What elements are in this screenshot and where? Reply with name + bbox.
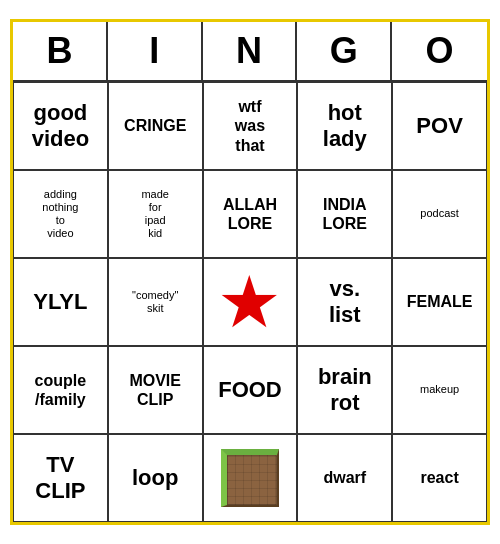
star-icon: ★ bbox=[217, 266, 282, 338]
cell-r4c3[interactable]: FOOD bbox=[203, 346, 298, 434]
cell-r2c3[interactable]: ALLAHLORE bbox=[203, 170, 298, 258]
cell-r4c2[interactable]: MOVIECLIP bbox=[108, 346, 203, 434]
cell-r3c5[interactable]: FEMALE bbox=[392, 258, 487, 346]
cell-r1c2[interactable]: CRINGE bbox=[108, 82, 203, 170]
cell-r5c3-minecraft[interactable] bbox=[203, 434, 298, 522]
cell-r2c1[interactable]: addingnothingtovideo bbox=[13, 170, 108, 258]
cell-r5c4[interactable]: dwarf bbox=[297, 434, 392, 522]
cell-r2c2[interactable]: madeforipadkid bbox=[108, 170, 203, 258]
cell-r5c5[interactable]: react bbox=[392, 434, 487, 522]
minecraft-block-icon bbox=[221, 449, 279, 507]
cell-r5c2[interactable]: loop bbox=[108, 434, 203, 522]
header-g: G bbox=[297, 22, 392, 80]
cell-r1c5[interactable]: POV bbox=[392, 82, 487, 170]
cell-r3c4[interactable]: vs.list bbox=[297, 258, 392, 346]
cell-r2c4[interactable]: INDIALORE bbox=[297, 170, 392, 258]
bingo-card: B I N G O goodvideo CRINGE wtfwasthat ho… bbox=[10, 19, 490, 525]
cell-r1c3[interactable]: wtfwasthat bbox=[203, 82, 298, 170]
header-n: N bbox=[203, 22, 298, 80]
cell-r3c3-star[interactable]: ★ bbox=[203, 258, 298, 346]
cell-r4c1[interactable]: couple/family bbox=[13, 346, 108, 434]
cell-r3c1[interactable]: YLYL bbox=[13, 258, 108, 346]
cell-r2c5[interactable]: podcast bbox=[392, 170, 487, 258]
header-i: I bbox=[108, 22, 203, 80]
bingo-grid: goodvideo CRINGE wtfwasthat hotlady POV … bbox=[13, 82, 487, 522]
cell-r4c5[interactable]: makeup bbox=[392, 346, 487, 434]
header-o: O bbox=[392, 22, 487, 80]
bingo-header: B I N G O bbox=[13, 22, 487, 82]
cell-r5c1[interactable]: TVCLIP bbox=[13, 434, 108, 522]
cell-r1c4[interactable]: hotlady bbox=[297, 82, 392, 170]
cell-r1c1[interactable]: goodvideo bbox=[13, 82, 108, 170]
header-b: B bbox=[13, 22, 108, 80]
cell-r3c2[interactable]: "comedy"skit bbox=[108, 258, 203, 346]
cell-r4c4[interactable]: brainrot bbox=[297, 346, 392, 434]
